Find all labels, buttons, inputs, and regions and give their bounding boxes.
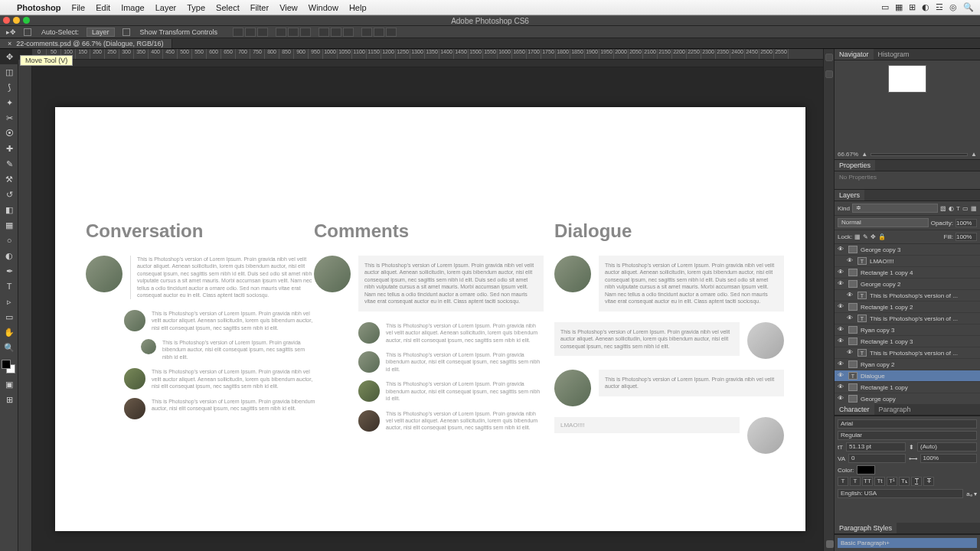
- close-tab-icon[interactable]: ×: [8, 40, 11, 47]
- layer-row[interactable]: 👁TThis is Photoshop's version of ...: [835, 313, 980, 324]
- distribute-icon[interactable]: [343, 28, 354, 37]
- visibility-icon[interactable]: 👁: [847, 257, 854, 265]
- layer-thumbnail[interactable]: [848, 337, 858, 345]
- histogram-tab[interactable]: Histogram: [874, 49, 914, 60]
- bold-button[interactable]: T: [838, 477, 848, 486]
- align-icon[interactable]: [288, 28, 299, 37]
- lock-pos-icon[interactable]: ✥: [871, 233, 876, 240]
- quickmask-icon[interactable]: ▣: [0, 377, 18, 392]
- language-dropdown[interactable]: English: USA: [838, 489, 963, 498]
- dock-icon[interactable]: [825, 54, 833, 61]
- layer-row[interactable]: 👁Rectangle 1 copy 2: [835, 302, 980, 313]
- kerning-input[interactable]: 0: [848, 454, 905, 463]
- spotlight-icon[interactable]: 🔍: [963, 2, 974, 12]
- layer-thumbnail[interactable]: [848, 246, 858, 253]
- brush-tool[interactable]: ✎: [0, 156, 18, 171]
- document-tab[interactable]: × 22-comments.psd @ 66.7% (Dialogue, RGB…: [0, 39, 172, 48]
- status-icon[interactable]: ☲: [936, 2, 943, 12]
- menu-help[interactable]: Help: [349, 3, 367, 12]
- layer-row[interactable]: 👁Ryan copy 3: [835, 324, 980, 336]
- hand-tool[interactable]: ✋: [0, 324, 18, 340]
- visibility-icon[interactable]: 👁: [838, 395, 845, 403]
- show-transform-checkbox[interactable]: [122, 28, 130, 36]
- dialogue-input[interactable]: LMAO!!!!: [554, 417, 740, 433]
- layer-thumbnail[interactable]: [848, 303, 858, 311]
- layer-thumbnail[interactable]: T: [858, 349, 867, 357]
- font-family-dropdown[interactable]: Arial: [838, 419, 977, 429]
- layer-thumbnail[interactable]: T: [858, 257, 867, 265]
- zoom-slider[interactable]: [871, 153, 968, 156]
- ruler-vertical[interactable]: [18, 60, 32, 551]
- opacity-input[interactable]: [956, 219, 977, 227]
- eyedropper-tool[interactable]: ⦿: [0, 126, 18, 141]
- gradient-tool[interactable]: ▦: [0, 217, 18, 233]
- zoom-value[interactable]: 66.67%: [838, 151, 858, 158]
- smallcaps-button[interactable]: Tt: [874, 477, 885, 486]
- layer-name[interactable]: Rectangle 1 copy 2: [861, 304, 913, 311]
- lock-all-icon[interactable]: 🔒: [878, 233, 886, 240]
- zoom-tool[interactable]: 🔍: [0, 340, 18, 355]
- strike-button[interactable]: T̶: [923, 477, 934, 486]
- layer-thumbnail[interactable]: [848, 360, 858, 368]
- layer-row[interactable]: 👁TThis is Photoshop's version of ...: [835, 347, 980, 359]
- move-tool-icon[interactable]: ▸✥: [6, 28, 16, 36]
- navigator-thumbnail[interactable]: [888, 65, 926, 93]
- filter-type-icon[interactable]: T: [956, 205, 960, 212]
- visibility-icon[interactable]: 👁: [847, 315, 854, 322]
- lock-trans-icon[interactable]: ▦: [854, 233, 861, 240]
- layer-thumbnail[interactable]: [848, 383, 858, 391]
- layer-name[interactable]: Rectangle 1 copy 4: [861, 269, 913, 276]
- menu-filter[interactable]: Filter: [250, 3, 269, 12]
- layer-thumbnail[interactable]: [848, 326, 858, 334]
- lock-pixel-icon[interactable]: ✎: [863, 233, 868, 240]
- screenmode-icon[interactable]: ⊞: [0, 392, 18, 407]
- dodge-tool[interactable]: ◐: [0, 248, 18, 263]
- visibility-icon[interactable]: 👁: [838, 360, 845, 368]
- type-tool[interactable]: T: [0, 279, 18, 294]
- fill-input[interactable]: [956, 233, 977, 241]
- visibility-icon[interactable]: 👁: [838, 372, 845, 380]
- layer-row[interactable]: 👁Rectangle 1 copy 3: [835, 336, 980, 347]
- distribute-icon[interactable]: [318, 28, 329, 37]
- layer-row[interactable]: 👁TDialogue: [835, 370, 980, 382]
- color-swatches[interactable]: [0, 358, 18, 377]
- underline-button[interactable]: T̲: [911, 477, 922, 486]
- leading-input[interactable]: (Auto): [917, 442, 977, 452]
- visibility-icon[interactable]: 👁: [838, 326, 845, 334]
- filter-pixel-icon[interactable]: ▧: [940, 205, 946, 212]
- menu-file[interactable]: File: [71, 3, 85, 12]
- para-styles-tab[interactable]: Paragraph Styles: [835, 523, 897, 533]
- status-icon[interactable]: ◐: [922, 2, 929, 12]
- visibility-icon[interactable]: 👁: [838, 246, 845, 253]
- canvas-area[interactable]: Conversation This is Photoshop's version…: [32, 67, 823, 551]
- minimize-window[interactable]: [13, 17, 20, 24]
- ruler-horizontal[interactable]: 0501001502002503003504004505005506006507…: [32, 49, 823, 60]
- layer-row[interactable]: 👁Rectangle 1 copy 4: [835, 267, 980, 279]
- align-icon[interactable]: [233, 28, 243, 37]
- pen-tool[interactable]: ✒: [0, 263, 18, 279]
- distribute-icon[interactable]: [331, 28, 341, 37]
- app-name[interactable]: Photoshop: [17, 3, 60, 12]
- visibility-icon[interactable]: 👁: [838, 269, 845, 276]
- align-icon[interactable]: [245, 28, 256, 37]
- visibility-icon[interactable]: 👁: [847, 349, 854, 357]
- filter-shape-icon[interactable]: ▭: [962, 205, 969, 212]
- layer-name[interactable]: LMAO!!!!: [870, 258, 894, 265]
- close-window[interactable]: [3, 17, 10, 24]
- zoom-out-icon[interactable]: ▲: [861, 151, 867, 158]
- layer-name[interactable]: George copy 2: [861, 281, 900, 288]
- menu-type[interactable]: Type: [187, 3, 205, 12]
- status-icon[interactable]: ▭: [881, 2, 889, 12]
- layer-name[interactable]: This is Photoshop's version of ...: [870, 350, 958, 357]
- menu-image[interactable]: Image: [121, 3, 145, 12]
- character-tab[interactable]: Character: [835, 404, 874, 415]
- layer-row[interactable]: 👁George copy 3: [835, 244, 980, 256]
- layer-name[interactable]: Rectangle 1 copy: [861, 384, 908, 391]
- visibility-icon[interactable]: 👁: [847, 292, 854, 299]
- lasso-tool[interactable]: ⟆: [0, 80, 18, 95]
- layer-name[interactable]: This is Photoshop's version of ...: [870, 292, 958, 299]
- layer-row[interactable]: 👁Ryan copy 2: [835, 359, 980, 370]
- layer-name[interactable]: George copy 3: [861, 246, 900, 253]
- layer-row[interactable]: 👁Rectangle 1 copy: [835, 382, 980, 393]
- visibility-icon[interactable]: 👁: [838, 383, 845, 391]
